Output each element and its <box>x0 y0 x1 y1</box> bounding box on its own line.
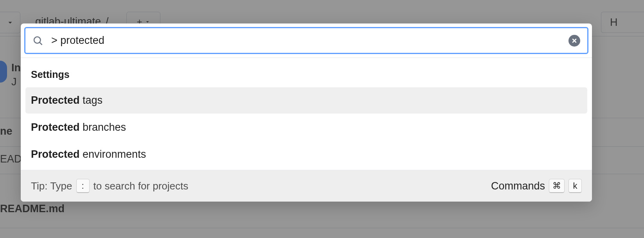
clear-button[interactable] <box>568 35 580 47</box>
command-palette: Settings Protected tagsProtected branche… <box>21 23 592 202</box>
tip-key-colon: : <box>76 179 90 193</box>
search-box <box>24 27 588 54</box>
search-row <box>21 23 592 58</box>
footer-tip: Tip: Type : to search for projects <box>31 179 188 193</box>
svg-line-1 <box>40 42 42 45</box>
commands-label: Commands <box>491 180 545 192</box>
close-icon <box>571 38 577 44</box>
search-icon <box>32 35 43 46</box>
result-item[interactable]: Protected environments <box>25 141 587 168</box>
tip-prefix: Tip: Type <box>31 180 72 192</box>
result-match: Protected <box>31 121 80 133</box>
palette-footer: Tip: Type : to search for projects Comma… <box>21 170 592 202</box>
kbd-cmd: ⌘ <box>549 179 565 193</box>
result-match: Protected <box>31 148 80 160</box>
result-rest: branches <box>80 121 126 133</box>
svg-point-0 <box>34 37 40 43</box>
results-section: Settings Protected tagsProtected branche… <box>21 58 592 170</box>
result-item[interactable]: Protected tags <box>25 87 587 114</box>
result-rest: tags <box>80 94 103 106</box>
footer-commands: Commands ⌘ k <box>491 179 582 193</box>
kbd-k: k <box>568 179 582 193</box>
result-match: Protected <box>31 94 80 106</box>
search-input[interactable] <box>51 34 561 47</box>
tip-suffix: to search for projects <box>94 180 189 192</box>
section-header: Settings <box>25 61 587 87</box>
result-item[interactable]: Protected branches <box>25 114 587 141</box>
result-rest: environments <box>80 148 146 160</box>
